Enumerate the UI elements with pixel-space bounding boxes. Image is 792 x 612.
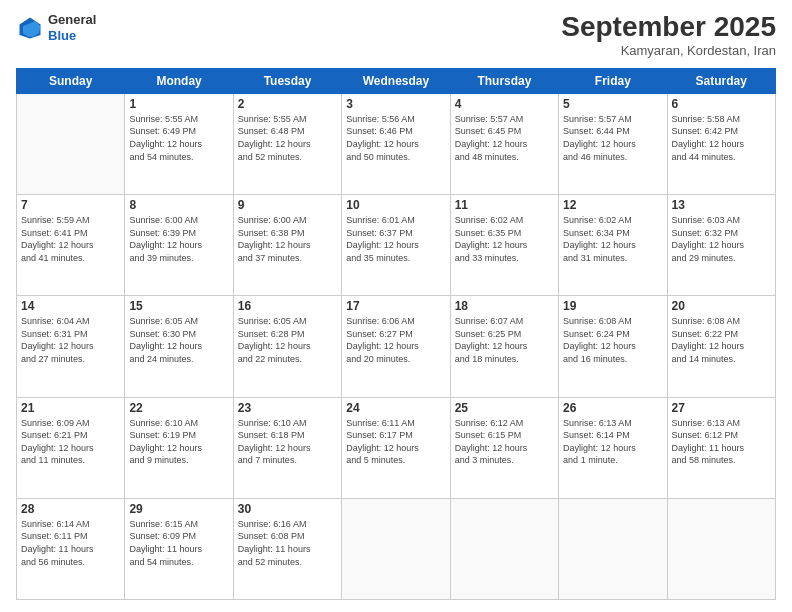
page: General Blue September 2025 Kamyaran, Ko… — [0, 0, 792, 612]
calendar-cell — [450, 498, 558, 599]
day-number: 30 — [238, 502, 337, 516]
day-info: Sunrise: 6:08 AM Sunset: 6:24 PM Dayligh… — [563, 315, 662, 365]
calendar-cell: 18Sunrise: 6:07 AM Sunset: 6:25 PM Dayli… — [450, 296, 558, 397]
calendar-cell: 20Sunrise: 6:08 AM Sunset: 6:22 PM Dayli… — [667, 296, 775, 397]
logo-icon — [16, 14, 44, 42]
calendar-table: SundayMondayTuesdayWednesdayThursdayFrid… — [16, 68, 776, 600]
calendar-cell: 29Sunrise: 6:15 AM Sunset: 6:09 PM Dayli… — [125, 498, 233, 599]
calendar-cell: 24Sunrise: 6:11 AM Sunset: 6:17 PM Dayli… — [342, 397, 450, 498]
weekday-header-wednesday: Wednesday — [342, 68, 450, 93]
calendar-cell: 21Sunrise: 6:09 AM Sunset: 6:21 PM Dayli… — [17, 397, 125, 498]
day-number: 23 — [238, 401, 337, 415]
day-info: Sunrise: 6:02 AM Sunset: 6:34 PM Dayligh… — [563, 214, 662, 264]
day-info: Sunrise: 6:05 AM Sunset: 6:30 PM Dayligh… — [129, 315, 228, 365]
day-number: 21 — [21, 401, 120, 415]
weekday-header-friday: Friday — [559, 68, 667, 93]
day-number: 17 — [346, 299, 445, 313]
location-subtitle: Kamyaran, Kordestan, Iran — [561, 43, 776, 58]
day-number: 7 — [21, 198, 120, 212]
day-number: 1 — [129, 97, 228, 111]
calendar-cell — [17, 93, 125, 194]
calendar-cell: 28Sunrise: 6:14 AM Sunset: 6:11 PM Dayli… — [17, 498, 125, 599]
month-title: September 2025 — [561, 12, 776, 43]
day-number: 20 — [672, 299, 771, 313]
calendar-cell: 2Sunrise: 5:55 AM Sunset: 6:48 PM Daylig… — [233, 93, 341, 194]
day-number: 18 — [455, 299, 554, 313]
day-info: Sunrise: 6:16 AM Sunset: 6:08 PM Dayligh… — [238, 518, 337, 568]
day-info: Sunrise: 6:14 AM Sunset: 6:11 PM Dayligh… — [21, 518, 120, 568]
calendar-week-row: 1Sunrise: 5:55 AM Sunset: 6:49 PM Daylig… — [17, 93, 776, 194]
day-info: Sunrise: 6:05 AM Sunset: 6:28 PM Dayligh… — [238, 315, 337, 365]
weekday-header-saturday: Saturday — [667, 68, 775, 93]
weekday-header-monday: Monday — [125, 68, 233, 93]
weekday-header-thursday: Thursday — [450, 68, 558, 93]
day-number: 28 — [21, 502, 120, 516]
calendar-cell: 4Sunrise: 5:57 AM Sunset: 6:45 PM Daylig… — [450, 93, 558, 194]
calendar-cell: 27Sunrise: 6:13 AM Sunset: 6:12 PM Dayli… — [667, 397, 775, 498]
day-number: 3 — [346, 97, 445, 111]
calendar-cell — [667, 498, 775, 599]
calendar-cell: 16Sunrise: 6:05 AM Sunset: 6:28 PM Dayli… — [233, 296, 341, 397]
day-number: 6 — [672, 97, 771, 111]
logo-general-text: General — [48, 12, 96, 28]
day-number: 25 — [455, 401, 554, 415]
calendar-cell: 14Sunrise: 6:04 AM Sunset: 6:31 PM Dayli… — [17, 296, 125, 397]
day-info: Sunrise: 6:00 AM Sunset: 6:38 PM Dayligh… — [238, 214, 337, 264]
calendar-cell: 1Sunrise: 5:55 AM Sunset: 6:49 PM Daylig… — [125, 93, 233, 194]
day-info: Sunrise: 5:57 AM Sunset: 6:45 PM Dayligh… — [455, 113, 554, 163]
day-number: 19 — [563, 299, 662, 313]
day-info: Sunrise: 6:09 AM Sunset: 6:21 PM Dayligh… — [21, 417, 120, 467]
day-number: 22 — [129, 401, 228, 415]
weekday-header-row: SundayMondayTuesdayWednesdayThursdayFrid… — [17, 68, 776, 93]
day-info: Sunrise: 5:55 AM Sunset: 6:48 PM Dayligh… — [238, 113, 337, 163]
calendar-cell: 6Sunrise: 5:58 AM Sunset: 6:42 PM Daylig… — [667, 93, 775, 194]
calendar-cell: 23Sunrise: 6:10 AM Sunset: 6:18 PM Dayli… — [233, 397, 341, 498]
day-number: 24 — [346, 401, 445, 415]
calendar-cell: 12Sunrise: 6:02 AM Sunset: 6:34 PM Dayli… — [559, 195, 667, 296]
day-number: 11 — [455, 198, 554, 212]
day-number: 10 — [346, 198, 445, 212]
calendar-week-row: 14Sunrise: 6:04 AM Sunset: 6:31 PM Dayli… — [17, 296, 776, 397]
day-number: 8 — [129, 198, 228, 212]
title-block: September 2025 Kamyaran, Kordestan, Iran — [561, 12, 776, 58]
calendar-cell: 5Sunrise: 5:57 AM Sunset: 6:44 PM Daylig… — [559, 93, 667, 194]
day-info: Sunrise: 6:04 AM Sunset: 6:31 PM Dayligh… — [21, 315, 120, 365]
calendar-cell — [342, 498, 450, 599]
day-info: Sunrise: 6:01 AM Sunset: 6:37 PM Dayligh… — [346, 214, 445, 264]
day-info: Sunrise: 6:12 AM Sunset: 6:15 PM Dayligh… — [455, 417, 554, 467]
weekday-header-tuesday: Tuesday — [233, 68, 341, 93]
day-info: Sunrise: 5:55 AM Sunset: 6:49 PM Dayligh… — [129, 113, 228, 163]
day-number: 5 — [563, 97, 662, 111]
calendar-cell: 9Sunrise: 6:00 AM Sunset: 6:38 PM Daylig… — [233, 195, 341, 296]
day-number: 26 — [563, 401, 662, 415]
day-info: Sunrise: 6:08 AM Sunset: 6:22 PM Dayligh… — [672, 315, 771, 365]
day-number: 29 — [129, 502, 228, 516]
calendar-cell: 22Sunrise: 6:10 AM Sunset: 6:19 PM Dayli… — [125, 397, 233, 498]
day-number: 2 — [238, 97, 337, 111]
calendar-cell: 17Sunrise: 6:06 AM Sunset: 6:27 PM Dayli… — [342, 296, 450, 397]
weekday-header-sunday: Sunday — [17, 68, 125, 93]
logo-text: General Blue — [48, 12, 96, 43]
day-number: 13 — [672, 198, 771, 212]
day-info: Sunrise: 5:59 AM Sunset: 6:41 PM Dayligh… — [21, 214, 120, 264]
day-info: Sunrise: 6:11 AM Sunset: 6:17 PM Dayligh… — [346, 417, 445, 467]
day-info: Sunrise: 5:57 AM Sunset: 6:44 PM Dayligh… — [563, 113, 662, 163]
day-info: Sunrise: 6:03 AM Sunset: 6:32 PM Dayligh… — [672, 214, 771, 264]
day-number: 12 — [563, 198, 662, 212]
calendar-cell: 10Sunrise: 6:01 AM Sunset: 6:37 PM Dayli… — [342, 195, 450, 296]
day-number: 9 — [238, 198, 337, 212]
day-info: Sunrise: 6:00 AM Sunset: 6:39 PM Dayligh… — [129, 214, 228, 264]
calendar-week-row: 28Sunrise: 6:14 AM Sunset: 6:11 PM Dayli… — [17, 498, 776, 599]
day-number: 16 — [238, 299, 337, 313]
day-number: 14 — [21, 299, 120, 313]
calendar-cell: 26Sunrise: 6:13 AM Sunset: 6:14 PM Dayli… — [559, 397, 667, 498]
calendar-cell — [559, 498, 667, 599]
logo-blue-text: Blue — [48, 28, 96, 44]
calendar-cell: 19Sunrise: 6:08 AM Sunset: 6:24 PM Dayli… — [559, 296, 667, 397]
day-info: Sunrise: 6:15 AM Sunset: 6:09 PM Dayligh… — [129, 518, 228, 568]
calendar-cell: 7Sunrise: 5:59 AM Sunset: 6:41 PM Daylig… — [17, 195, 125, 296]
calendar-cell: 30Sunrise: 6:16 AM Sunset: 6:08 PM Dayli… — [233, 498, 341, 599]
calendar-cell: 13Sunrise: 6:03 AM Sunset: 6:32 PM Dayli… — [667, 195, 775, 296]
day-info: Sunrise: 6:07 AM Sunset: 6:25 PM Dayligh… — [455, 315, 554, 365]
day-number: 4 — [455, 97, 554, 111]
